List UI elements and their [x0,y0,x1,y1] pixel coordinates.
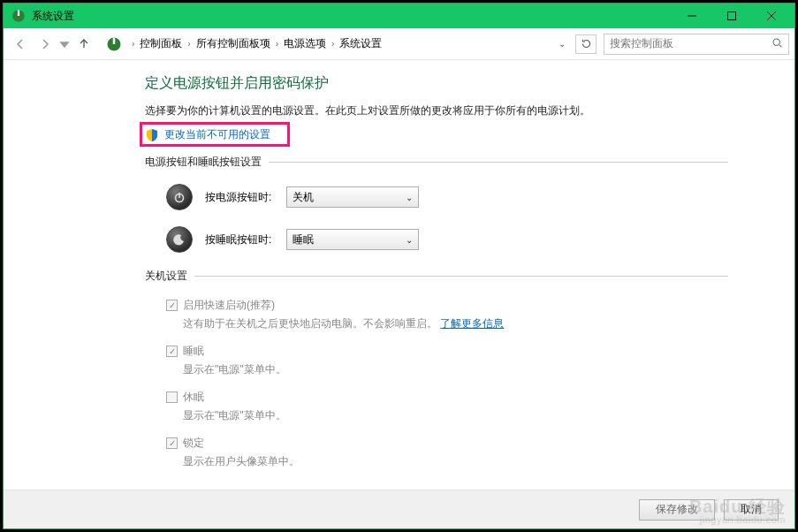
window: 系统设置 › 控制面板 › 所有控制面板项 › 电源选项 › [3,3,795,529]
change-unavailable-settings-link[interactable]: 更改当前不可用的设置 [164,127,270,142]
page-description: 选择要为你的计算机设置的电源设置。在此页上对设置所做的更改将应用于你所有的电源计… [145,103,728,118]
svg-point-9 [773,39,779,45]
svg-rect-3 [727,12,735,20]
svg-rect-8 [113,37,116,44]
option-subtitle: 显示在用户头像菜单中。 [183,454,300,469]
option-subtitle: 显示在"电源"菜单中。 [183,408,286,423]
option-title: 睡眠 [183,344,286,359]
shield-icon [145,128,159,142]
navbar: › 控制面板 › 所有控制面板项 › 电源选项 › 系统设置 ⌄ 搜索控制面板 [4,28,794,60]
forward-button[interactable] [34,33,57,56]
content-area: 定义电源按钮并启用密码保护 选择要为你的计算机设置的电源设置。在此页上对设置所做… [4,60,794,490]
learn-more-link[interactable]: 了解更多信息 [440,317,504,330]
close-button[interactable] [751,4,791,28]
section-label-shutdown: 关机设置 [145,269,728,284]
svg-rect-1 [18,10,19,16]
power-button-row: 按电源按钮时: 关机 ⌄ [166,184,728,210]
option-title: 锁定 [183,436,300,451]
power-button-select[interactable]: 关机 ⌄ [286,186,419,208]
chevron-down-icon: ⌄ [406,235,413,245]
power-icon [166,184,193,210]
chevron-right-icon: › [276,39,278,49]
app-icon [11,8,27,24]
maximize-button[interactable] [711,4,751,28]
cancel-button[interactable]: 取消 [724,499,779,521]
search-placeholder: 搜索控制面板 [610,36,771,51]
checkbox-sleep [166,346,178,357]
breadcrumb-icon [105,35,123,53]
checkbox-fast-startup [166,300,178,311]
chevron-right-icon: › [132,39,134,49]
option-lock: 锁定 显示在用户头像菜单中。 [166,436,728,478]
titlebar: 系统设置 [4,4,794,28]
section-label-buttons: 电源按钮和睡眠按钮设置 [145,155,728,170]
back-button[interactable] [9,33,32,56]
option-subtitle: 显示在"电源"菜单中。 [183,362,286,377]
up-button[interactable] [72,33,95,56]
breadcrumb-item[interactable]: 所有控制面板项 [196,36,270,51]
page-heading: 定义电源按钮并启用密码保护 [145,74,728,93]
svg-line-10 [779,44,781,46]
breadcrumb-item[interactable]: 控制面板 [140,36,182,51]
refresh-button[interactable] [575,34,597,54]
option-subtitle: 这有助于在关机之后更快地启动电脑。不会影响重启。 了解更多信息 [183,316,504,331]
svg-marker-6 [59,42,69,48]
chevron-right-icon: › [187,39,190,49]
save-button: 保存修改 [639,499,715,521]
search-icon [771,37,783,51]
breadcrumb[interactable]: › 控制面板 › 所有控制面板项 › 电源选项 › 系统设置 ⌄ [97,34,574,55]
window-title: 系统设置 [32,9,74,24]
checkbox-hibernate [166,391,178,403]
chevron-down-icon[interactable]: ⌄ [559,39,566,49]
sleep-button-select[interactable]: 睡眠 ⌄ [286,229,419,250]
option-sleep: 睡眠 显示在"电源"菜单中。 [166,344,728,386]
sleep-button-label: 按睡眠按钮时: [205,232,274,247]
sleep-icon [166,226,193,253]
breadcrumb-item[interactable]: 系统设置 [339,36,382,51]
power-button-label: 按电源按钮时: [205,190,274,205]
checkbox-lock [166,437,178,449]
chevron-down-icon: ⌄ [406,193,413,202]
option-title: 休眠 [183,390,286,405]
option-fast-startup: 启用快速启动(推荐) 这有助于在关机之后更快地启动电脑。不会影响重启。 了解更多… [166,298,728,340]
option-title: 启用快速启动(推荐) [183,298,504,313]
option-hibernate: 休眠 显示在"电源"菜单中。 [166,390,728,432]
recent-dropdown[interactable] [58,33,71,56]
footer: 保存修改 取消 [4,490,794,528]
search-input[interactable]: 搜索控制面板 [604,34,789,55]
minimize-button[interactable] [672,4,711,28]
breadcrumb-item[interactable]: 电源选项 [284,36,326,51]
chevron-right-icon: › [331,39,334,49]
sleep-button-row: 按睡眠按钮时: 睡眠 ⌄ [166,226,728,253]
